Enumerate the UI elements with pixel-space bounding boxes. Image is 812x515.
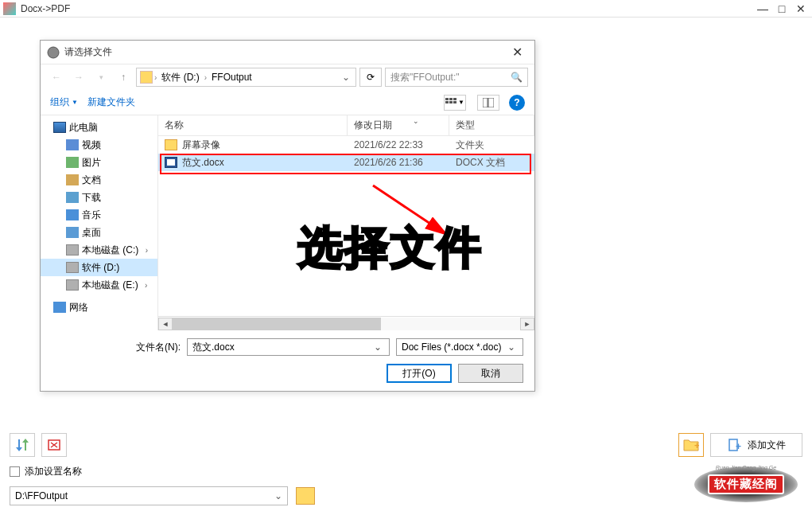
drive-icon	[66, 279, 79, 291]
navigation-bar: ← → ▾ ↑ › 软件 (D:) › FFOutput ⌄ ⟳ 搜索"FFOu…	[41, 64, 534, 90]
preview-pane-button[interactable]	[477, 95, 499, 111]
dialog-toolbar: 组织▼ 新建文件夹 ▼ ?	[41, 90, 534, 115]
scroll-right-button[interactable]: ►	[520, 318, 534, 330]
column-date[interactable]: 修改日期	[348, 115, 449, 135]
annotation-arrow-icon	[365, 178, 460, 249]
expand-icon[interactable]: ›	[142, 281, 151, 290]
scroll-track[interactable]	[173, 318, 520, 330]
dialog-title: 请选择文件	[64, 45, 506, 59]
svg-point-0	[48, 47, 59, 58]
svg-rect-1	[445, 98, 449, 100]
tree-videos[interactable]: 视频	[41, 136, 157, 154]
tree-drive-d[interactable]: 软件 (D:)	[41, 259, 157, 276]
sort-indicator-icon: ⌄	[413, 117, 419, 125]
tree-documents[interactable]: 文档	[41, 171, 157, 189]
help-button[interactable]: ?	[509, 95, 525, 111]
output-path-input[interactable]: D:\FFOutput ⌄	[10, 486, 288, 505]
convert-button[interactable]	[10, 433, 35, 457]
music-icon	[66, 209, 79, 220]
chevron-down-icon[interactable]: ⌄	[505, 341, 518, 353]
add-settings-checkbox[interactable]	[10, 466, 20, 477]
network-icon	[53, 302, 66, 313]
tree-music[interactable]: 音乐	[41, 206, 157, 224]
close-button[interactable]: ✕	[793, 2, 809, 15]
breadcrumb-folder[interactable]: FFOutput	[208, 72, 255, 83]
add-file-button[interactable]: + 添加文件	[710, 433, 802, 457]
dialog-footer: 文件名(N): 范文.docx ⌄ Doc Files (*.docx *.do…	[41, 330, 534, 391]
refresh-button[interactable]: ⟳	[359, 68, 382, 87]
add-folder-button[interactable]: +	[678, 433, 704, 457]
file-row-folder[interactable]: 屏幕录像 2021/6/22 22:33 文件夹	[158, 136, 534, 154]
main-titlebar: Docx->PDF — □ ✕	[0, 0, 812, 18]
tree-drive-e[interactable]: 本地磁盘 (E:) ›	[41, 276, 157, 294]
recent-dropdown[interactable]: ▾	[91, 68, 111, 87]
documents-icon	[66, 174, 79, 185]
new-folder-button[interactable]: 新建文件夹	[87, 96, 135, 109]
folder-icon	[165, 139, 177, 150]
maximize-button[interactable]: □	[774, 2, 790, 15]
minimize-button[interactable]: —	[755, 2, 771, 15]
pictures-icon	[66, 157, 79, 168]
app-title: Docx->PDF	[21, 3, 755, 14]
expand-icon[interactable]: ›	[142, 246, 151, 255]
checkbox-label: 添加设置名称	[25, 465, 82, 478]
scroll-thumb[interactable]	[173, 318, 381, 330]
video-icon	[66, 139, 79, 150]
organize-menu[interactable]: 组织▼	[50, 96, 78, 109]
search-icon: 🔍	[511, 72, 523, 83]
file-open-dialog: 请选择文件 ✕ ← → ▾ ↑ › 软件 (D:) › FFOutput ⌄ ⟳…	[40, 40, 535, 392]
chevron-down-icon[interactable]: ⌄	[371, 341, 384, 353]
column-type[interactable]: 类型	[449, 115, 534, 135]
tree-computer[interactable]: 此电脑	[41, 119, 157, 136]
filename-input[interactable]: 范文.docx ⌄	[187, 338, 390, 356]
svg-rect-4	[445, 101, 449, 103]
search-input[interactable]: 搜索"FFOutput:" 🔍	[385, 68, 528, 87]
annotation-text: 选择文件	[298, 218, 483, 279]
dialog-titlebar: 请选择文件 ✕	[41, 41, 534, 64]
main-bottom-panel: + + 添加文件 添加设置名称 D:\FFOutput ⌄ Ruan Jian …	[0, 423, 812, 515]
back-button[interactable]: ←	[47, 68, 66, 87]
drive-icon	[66, 262, 79, 273]
file-list: 名称 修改日期 类型 ⌄ 屏幕录像 2021/6/22 22:33 文件夹	[158, 115, 534, 330]
tree-pictures[interactable]: 图片	[41, 154, 157, 171]
tree-downloads[interactable]: 下载	[41, 189, 157, 206]
drive-icon	[66, 244, 79, 256]
dialog-icon	[47, 46, 60, 59]
svg-text:+: +	[736, 441, 741, 452]
svg-rect-5	[449, 101, 453, 103]
watermark: Ruan Jian Cang Jing Ge 软件藏经阁	[694, 466, 798, 502]
dialog-close-button[interactable]: ✕	[506, 45, 528, 60]
chevron-down-icon[interactable]: ⌄	[274, 490, 282, 501]
remove-button[interactable]	[41, 433, 67, 457]
file-row-docx[interactable]: 范文.docx 2021/6/26 21:36 DOCX 文档	[158, 154, 534, 171]
svg-rect-6	[453, 101, 457, 103]
svg-rect-8	[488, 98, 494, 107]
svg-text:+: +	[694, 440, 699, 451]
chevron-right-icon: ›	[154, 73, 157, 82]
tree-drive-c[interactable]: 本地磁盘 (C:) ›	[41, 241, 157, 259]
file-type-filter[interactable]: Doc Files (*.docx *.doc) ⌄	[396, 338, 523, 356]
svg-line-10	[373, 185, 445, 233]
browse-folder-button[interactable]	[296, 487, 315, 505]
breadcrumb-dropdown[interactable]: ⌄	[340, 72, 352, 83]
horizontal-scrollbar[interactable]: ◄ ►	[158, 316, 534, 330]
forward-button[interactable]: →	[69, 68, 88, 87]
up-button[interactable]: ↑	[114, 68, 133, 87]
breadcrumb[interactable]: › 软件 (D:) › FFOutput ⌄	[136, 68, 356, 87]
tree-desktop[interactable]: 桌面	[41, 224, 157, 241]
cancel-button[interactable]: 取消	[458, 364, 523, 383]
svg-rect-2	[449, 98, 453, 100]
app-icon	[3, 2, 16, 15]
svg-rect-7	[483, 98, 488, 107]
docx-icon	[165, 157, 177, 168]
computer-icon	[53, 122, 66, 133]
breadcrumb-drive[interactable]: 软件 (D:)	[158, 71, 202, 84]
list-rows: 屏幕录像 2021/6/22 22:33 文件夹 范文.docx 2021/6/…	[158, 136, 534, 316]
tree-network[interactable]: 网络	[41, 298, 157, 316]
view-options-button[interactable]: ▼	[444, 95, 466, 111]
scroll-left-button[interactable]: ◄	[158, 318, 173, 330]
column-name[interactable]: 名称	[158, 115, 348, 135]
folder-icon	[140, 71, 153, 84]
downloads-icon	[66, 192, 79, 203]
open-button[interactable]: 打开(O)	[387, 364, 452, 383]
